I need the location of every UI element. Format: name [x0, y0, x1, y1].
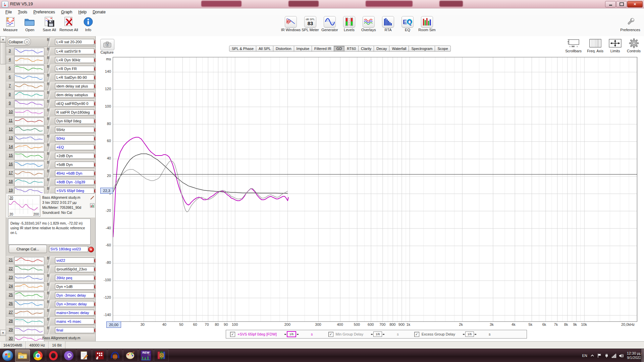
tab-waterfall[interactable]: Waterfall — [389, 46, 409, 52]
measurement-row-3[interactable]: 3BL+R satSVSI fr✕ — [6, 47, 95, 56]
hidden-icons-chevron-icon[interactable] — [590, 354, 594, 358]
fdw-fraction-stepper[interactable]: 1/6 — [284, 331, 299, 337]
toolbar-rta-button[interactable]: RTA — [378, 16, 398, 32]
measurement-row-10[interactable]: 10BR satFR Dyn180deg✕ — [6, 108, 95, 117]
measurement-thumbnail[interactable] — [14, 161, 44, 169]
taskbar-audacity[interactable] — [108, 349, 122, 362]
measurement-row-28[interactable]: 28Bmains +5 msec✕ — [6, 317, 95, 326]
delete-measurement-icon[interactable]: ✕ — [88, 247, 94, 252]
tab-spl-phase[interactable]: SPL & Phase — [229, 46, 256, 52]
taskbar-opera[interactable] — [46, 349, 61, 362]
measurement-row-23[interactable]: 23B39Hz peq✕ — [6, 274, 95, 282]
measurement-thumbnail[interactable] — [14, 274, 44, 282]
toolbar-info-button[interactable]: Info — [78, 16, 98, 32]
controls-button[interactable]: Controls — [627, 38, 641, 53]
taskbar-winrar[interactable] — [154, 349, 169, 362]
measurement-row-25[interactable]: 25BDyn -3msec delay✕ — [6, 291, 95, 300]
measurement-thumbnail[interactable] — [14, 265, 44, 274]
measurement-thumbnail[interactable] — [14, 143, 44, 152]
toolbar-levels-button[interactable]: 0369Levels — [339, 16, 359, 32]
measurement-name-field[interactable]: L+R sat 20-200 — [55, 39, 94, 45]
measurement-row-16[interactable]: 16B+5dB Dyn✕ — [6, 160, 95, 169]
measurement-row-26[interactable]: 26BDyn +3msec delay✕ — [6, 300, 95, 308]
toolbar-measure-button[interactable]: Measure — [1, 16, 20, 32]
measurement-row-22[interactable]: 22B/prout65lp0d_23vo✕ — [6, 265, 95, 274]
measurement-name-field[interactable]: Dyn +3msec delay — [55, 301, 94, 307]
measurement-row-8[interactable]: 8Bdem delay satsplus✕ — [6, 90, 95, 99]
measurement-thumbnail[interactable] — [14, 292, 44, 300]
taskbar-clock[interactable]: 12:30 μμ 9/1/2022 — [627, 351, 641, 360]
measurement-thumbnail[interactable] — [14, 65, 44, 73]
measurement-name-field[interactable]: L+R Dyn 90Hz — [55, 57, 94, 63]
measurement-name-field[interactable]: 55Hz — [55, 127, 94, 133]
fdw-fraction-stepper[interactable]: 1/6 — [371, 331, 384, 337]
measurement-thumbnail[interactable] — [14, 82, 44, 90]
group-delay-plot[interactable] — [113, 57, 637, 322]
measurement-thumbnail[interactable] — [14, 48, 44, 56]
measurement-name-field[interactable]: /prout65lp0d_23vo — [55, 266, 94, 272]
language-indicator[interactable]: EN — [582, 354, 587, 358]
measurement-name-field[interactable]: +8dB Dyn -10g39 — [55, 179, 94, 185]
tab-rt60[interactable]: RT60 — [344, 46, 359, 52]
change-cal-button[interactable]: Change Cal... — [9, 245, 47, 253]
legend-checkbox[interactable]: ✓ — [414, 332, 419, 337]
measurement-thumbnail[interactable] — [14, 309, 44, 317]
measurement-thumbnail[interactable] — [14, 152, 44, 160]
measurement-thumbnail[interactable] — [14, 56, 44, 64]
measurement-name-field[interactable]: +SVS 65lpf 0deg — [55, 188, 94, 194]
maximize-button[interactable] — [616, 1, 627, 7]
scroll-up-icon[interactable]: ▲ — [0, 36, 6, 42]
fdw-fraction-stepper[interactable]: 1/6 — [463, 331, 476, 337]
tray-power-icon[interactable] — [604, 353, 609, 358]
tray-network-icon[interactable] — [611, 353, 616, 358]
measurement-thumbnail[interactable] — [14, 326, 44, 335]
measurement-row-14[interactable]: 14B+EQ✕ — [6, 143, 95, 152]
measurement-name-field[interactable]: 39Hz peq — [55, 275, 94, 281]
measurement-row-13[interactable]: 13B50Hz✕ — [6, 134, 95, 143]
menu-tools[interactable]: Tools — [15, 9, 30, 15]
measurement-row-11[interactable]: 11BDyn 60lpf 0deg✕ — [6, 117, 95, 125]
toolbar-generator-button[interactable]: Generator — [320, 16, 339, 32]
measurement-row-5[interactable]: 5BL+R Dyn FR✕ — [6, 64, 95, 73]
edit-notes-icon[interactable] — [90, 195, 95, 201]
measurement-name-field[interactable]: Dyn +1dB — [55, 284, 94, 290]
measurement-name-field[interactable]: L+R SatDyn 80-90 — [55, 74, 94, 80]
tray-volume-icon[interactable] — [619, 353, 624, 358]
measurement-row-6[interactable]: 6BL+R SatDyn 80-90✕ — [6, 73, 95, 82]
measurement-row-15[interactable]: 15B+2dB Dyn✕ — [6, 152, 95, 160]
measurement-row-4[interactable]: 4BL+R Dyn 90Hz✕ — [6, 56, 95, 64]
selected-measurement-panel[interactable]: 20 20 200 Bass Allignment study.m3 Ιαν 2… — [6, 194, 95, 218]
measurement-thumbnail[interactable] — [14, 257, 44, 265]
measurement-row-27[interactable]: 27Bmains+3msec delay✕ — [6, 308, 95, 317]
measurement-name-field[interactable]: 45Hz +6dB Dyn — [55, 170, 94, 176]
tab-decay[interactable]: Decay — [374, 46, 389, 52]
taskbar-explorer[interactable] — [15, 349, 30, 362]
measurement-thumbnail[interactable] — [14, 74, 44, 82]
measurement-thumbnail[interactable] — [14, 178, 44, 186]
scrollbars-button[interactable]: Scrollbars — [565, 38, 582, 53]
measurement-thumbnail[interactable] — [14, 91, 44, 99]
measurement-row-21[interactable]: 21Bvol22✕ — [6, 256, 95, 265]
measurement-name-field[interactable]: Dyn 60lpf 0deg — [55, 118, 94, 124]
measurement-thumbnail[interactable] — [14, 318, 44, 326]
toolbar-eq-button[interactable]: EQEQ — [398, 16, 417, 32]
toolbar-preferences-button[interactable]: Preferences — [621, 16, 640, 32]
menu-donate[interactable]: Donate — [90, 9, 108, 15]
measurement-row-9[interactable]: 9BoEQ satFRDyn90 0✕ — [6, 99, 95, 108]
tab-impulse[interactable]: Impulse — [294, 46, 312, 52]
measurement-name-field[interactable]: 50Hz — [55, 135, 94, 141]
measurement-name-field[interactable]: +2dB Dyn — [55, 153, 94, 159]
taskbar-red-grid-app[interactable] — [92, 349, 107, 362]
taskbar-notepad[interactable] — [77, 349, 92, 362]
measurement-thumbnail[interactable] — [14, 109, 44, 117]
measurement-thumbnail[interactable] — [14, 300, 44, 308]
taskbar-start-button[interactable] — [1, 350, 15, 362]
taskbar-purple-browser[interactable] — [61, 349, 76, 362]
measurement-name-field[interactable]: +5dB Dyn — [55, 162, 94, 168]
selected-measurement-thumbnail[interactable]: 20 20 200 — [8, 195, 40, 217]
measurement-thumbnail[interactable] — [14, 100, 44, 108]
toolbar-overlays-button[interactable]: Overlays — [359, 16, 378, 32]
scroll-down-icon[interactable]: ▼ — [0, 330, 6, 336]
scrollbar-thumb[interactable] — [0, 42, 6, 64]
tab-distortion[interactable]: Distortion — [273, 46, 294, 52]
